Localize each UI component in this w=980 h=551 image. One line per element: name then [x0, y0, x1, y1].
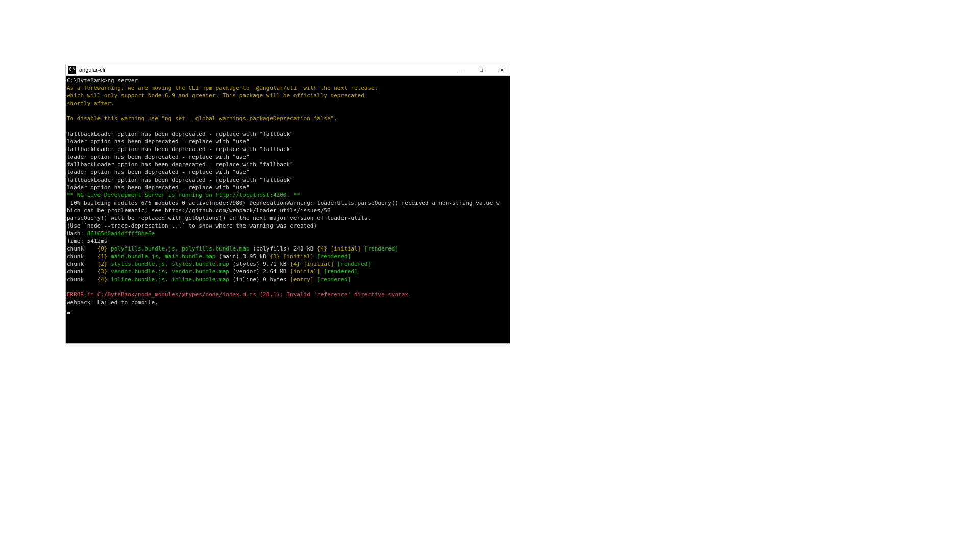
chunk-rendered: [rendered]	[313, 253, 351, 260]
chunk-files: inline.bundle.js, inline.bundle.map	[107, 276, 229, 283]
chunk-id: {3}	[97, 268, 108, 275]
chunk-initial: [initial]	[331, 245, 361, 252]
chunk-label: chunk	[67, 276, 97, 283]
build-line: (Use `node --trace-deprecation ...` to s…	[67, 222, 317, 229]
chunk-rendered: [rendered]	[321, 268, 358, 275]
chunk-dep: {4}	[290, 261, 304, 267]
chunk-initial: [initial]	[283, 253, 314, 260]
deprecation-line: loader option has been deprecated - repl…	[67, 154, 250, 160]
build-line: parseQuery() will be replaced with getOp…	[67, 215, 371, 221]
command: ng server	[107, 77, 138, 84]
chunk-meta: (inline) 0 bytes	[229, 276, 290, 283]
warning-line: As a forewarning, we are moving the CLI …	[67, 85, 378, 91]
chunk-id: {4}	[97, 276, 108, 283]
chunk-rendered: [rendered]	[334, 261, 371, 267]
deprecation-line: fallbackLoader option has been deprecate…	[67, 146, 293, 153]
warning-line: To disable this warning use "ng set --gl…	[67, 115, 337, 122]
chunk-id: {2}	[97, 261, 108, 267]
chunk-id: {1}	[97, 253, 108, 260]
chunk-files: polyfills.bundle.js, polyfills.bundle.ma…	[107, 245, 249, 252]
webpack-fail: webpack: Failed to compile.	[67, 299, 158, 306]
chunk-initial: [initial]	[304, 261, 334, 267]
hash-value: 86165b0ad4dffff8be6e	[87, 230, 155, 237]
build-line: hich can be problematic, see https://git…	[67, 207, 331, 214]
chunk-label: chunk	[67, 268, 97, 275]
time-label: Time:	[67, 238, 87, 244]
chunk-dep: {3}	[270, 253, 283, 260]
chunk-dep: {4}	[317, 245, 331, 252]
close-button[interactable]: ✕	[498, 66, 506, 74]
deprecation-line: loader option has been deprecated - repl…	[67, 138, 250, 145]
titlebar[interactable]: C:\ angular-cli — ☐ ✕	[66, 64, 510, 76]
chunk-id: {0}	[97, 245, 108, 252]
error-line: ERROR in C:/ByteBank/node_modules/@types…	[67, 291, 412, 298]
chunk-label: chunk	[67, 261, 97, 267]
deprecation-line: fallbackLoader option has been deprecate…	[67, 177, 293, 183]
build-line: 10% building modules 6/6 modules 0 activ…	[67, 199, 500, 206]
chunk-files: styles.bundle.js, styles.bundle.map	[107, 261, 229, 267]
deprecation-line: loader option has been deprecated - repl…	[67, 169, 250, 176]
chunk-files: vendor.bundle.js, vendor.bundle.map	[107, 268, 229, 275]
chunk-meta: (polyfills) 248 kB	[250, 245, 317, 252]
minimize-button[interactable]: —	[457, 66, 465, 74]
deprecation-line: fallbackLoader option has been deprecate…	[67, 131, 293, 137]
window-controls: — ☐ ✕	[457, 66, 508, 74]
deprecation-line: fallbackLoader option has been deprecate…	[67, 161, 293, 168]
chunk-meta: (main) 3.95 kB	[215, 253, 270, 260]
chunk-initial: [initial]	[290, 268, 321, 275]
maximize-button[interactable]: ☐	[477, 66, 485, 74]
chunk-initial: [entry]	[290, 276, 313, 283]
cursor	[67, 312, 70, 314]
chunk-files: main.bundle.js, main.bundle.map	[107, 253, 215, 260]
cmd-icon: C:\	[68, 66, 76, 74]
terminal-window: C:\ angular-cli — ☐ ✕ C:\ByteBank>ng ser…	[65, 64, 510, 344]
prompt: C:\ByteBank>	[67, 77, 107, 84]
time-value: 5412ms	[87, 238, 108, 244]
terminal-output[interactable]: C:\ByteBank>ng server As a forewarning, …	[66, 76, 510, 343]
chunk-label: chunk	[67, 245, 97, 252]
warning-line: which will only support Node 6.9 and gre…	[67, 92, 364, 99]
chunk-label: chunk	[67, 253, 97, 260]
chunk-rendered: [rendered]	[361, 245, 398, 252]
chunk-meta: (styles) 9.71 kB	[229, 261, 290, 267]
chunk-rendered: [rendered]	[313, 276, 351, 283]
server-running: ** NG Live Development Server is running…	[67, 192, 300, 198]
hash-label: Hash:	[67, 230, 87, 237]
deprecation-line: loader option has been deprecated - repl…	[67, 184, 250, 191]
chunk-meta: (vendor) 2.64 MB	[229, 268, 290, 275]
window-title: angular-cli	[79, 67, 457, 73]
warning-line: shortly after.	[67, 100, 114, 107]
